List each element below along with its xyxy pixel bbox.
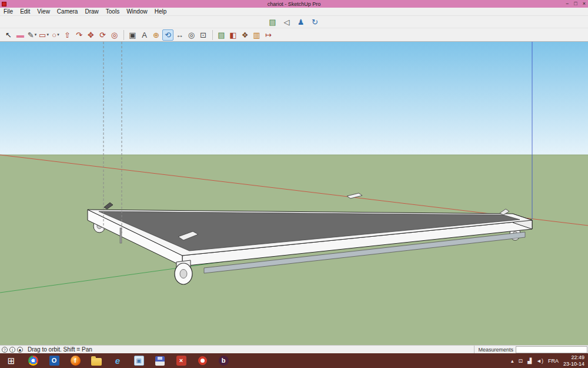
display-tray-icon[interactable]: ⊡ (519, 358, 523, 364)
eraser-tool[interactable]: ▬ (15, 29, 26, 41)
pushpull-tool[interactable]: ⇧ (62, 29, 73, 41)
model-canvas (0, 42, 588, 345)
minimize-button[interactable]: − (566, 0, 569, 8)
maximize-button[interactable]: □ (574, 0, 577, 8)
measurements-label: Measurements (478, 347, 513, 353)
menu-file[interactable]: File (0, 8, 16, 16)
status-hint: Drag to orbit. Shift = Pan (28, 346, 92, 353)
menu-edit[interactable]: Edit (16, 8, 34, 16)
language-indicator[interactable]: FRA (548, 358, 559, 364)
orbit-view-button[interactable]: ↻ (309, 16, 320, 28)
followme-tool[interactable]: ↷ (74, 29, 85, 41)
main-toolbar: ↖ ▬ ✎▾ ▭▾ ○▾ ⇧ ↷ ✥ ⟳ ◎ ▣ A ⊕ ⟲ ↔ ◎ ⊡ ▤ ◧… (0, 28, 588, 42)
measurements-input[interactable] (516, 346, 587, 353)
materials-tool[interactable]: ◧ (228, 29, 239, 41)
support-post (120, 228, 122, 243)
ie-icon: e (115, 356, 120, 366)
sketchup-logo-icon (2, 2, 6, 6)
scenes-button[interactable]: ▤ (267, 16, 278, 28)
dropdown-caret[interactable]: ▾ (35, 32, 37, 37)
dropdown-caret[interactable]: ▾ (46, 32, 49, 37)
zoom-extents-tool[interactable]: ⊡ (198, 29, 209, 41)
user-icon[interactable]: ☻ (17, 347, 23, 353)
zoom-tool[interactable]: ◎ (186, 29, 197, 41)
sketchup-window: chariot - SketchUp Pro − □ × File Edit V… (0, 0, 588, 368)
sky (0, 42, 588, 155)
volume-tray-icon[interactable]: ◄) (536, 358, 543, 364)
zoom-window-tool[interactable]: ▣ (127, 29, 138, 41)
taskbar-red-app[interactable]: × (171, 353, 192, 368)
line-tool[interactable]: ✎▾ (26, 29, 38, 41)
text-tool[interactable]: A (139, 29, 150, 41)
taskbar-photos[interactable]: ▣ (128, 353, 149, 368)
taskbar-bittorrent[interactable]: b (213, 353, 234, 368)
zoom-extents-icon: ⊡ (200, 31, 206, 39)
rotate-icon: ⟳ (99, 31, 106, 39)
start-button[interactable]: ⊞ (0, 353, 22, 368)
toolbar-separator (123, 30, 124, 40)
menu-window[interactable]: Window (123, 8, 151, 16)
system-tray: ▴ ⊡ ▟ ◄) FRA 22:49 23-10-14 (511, 354, 588, 367)
offset-icon: ◎ (111, 31, 118, 39)
floppy-icon (155, 356, 165, 366)
taskbar-outlook[interactable]: O (44, 353, 65, 368)
taskbar-red-ring-app[interactable] (192, 353, 213, 368)
menu-tools[interactable]: Tools (102, 8, 123, 16)
components-tool[interactable]: ❖ (239, 29, 250, 41)
hidden-icons-chevron[interactable]: ▴ (511, 358, 514, 364)
taskbar-chrome[interactable] (22, 353, 44, 368)
materials-icon: ◧ (229, 31, 236, 39)
move-tool[interactable]: ✥ (85, 29, 96, 41)
previous-view-button[interactable]: ◁ (281, 16, 292, 28)
taskbar-explorer[interactable] (86, 353, 107, 368)
title-bar: chariot - SketchUp Pro − □ × (0, 0, 588, 8)
clock-date: 23-10-14 (563, 361, 584, 367)
taskbar-ie[interactable]: e (107, 353, 128, 368)
menu-draw[interactable]: Draw (81, 8, 102, 16)
clock-time: 22:49 (563, 354, 584, 361)
photos-icon: ▣ (134, 356, 144, 366)
paint-bucket-tool[interactable]: ⊕ (151, 29, 162, 41)
walk-button[interactable]: ♟ (295, 16, 306, 28)
select-tool[interactable]: ↖ (3, 29, 14, 41)
circle-icon: ○ (52, 31, 56, 39)
orbit-tool[interactable]: ⟲ (162, 29, 173, 41)
components-icon: ❖ (242, 31, 249, 39)
circle-tool[interactable]: ○▾ (50, 29, 61, 41)
taskbar-save-app[interactable] (149, 353, 171, 368)
taskbar-firefox[interactable]: f (65, 353, 86, 368)
move-icon: ✥ (88, 31, 94, 39)
rotate-tool[interactable]: ⟳ (97, 29, 108, 41)
pushpull-icon: ⇧ (64, 31, 71, 39)
viewport-3d[interactable] (0, 42, 588, 345)
measurements-area: Measurements (474, 346, 587, 353)
menu-help[interactable]: Help (151, 8, 171, 16)
followme-icon: ↷ (76, 31, 82, 39)
zoom-window-icon: ▣ (129, 31, 136, 39)
styles-icon: ▥ (253, 31, 260, 39)
status-bar: ? i ☻ Drag to orbit. Shift = Pan Measure… (0, 345, 588, 353)
export-tool[interactable]: ↦ (263, 29, 274, 41)
rectangle-tool[interactable]: ▭▾ (38, 29, 49, 41)
orbit-view-icon: ↻ (312, 18, 318, 26)
pencil-icon: ✎ (28, 31, 34, 39)
red-ring-icon (198, 356, 207, 365)
select-icon: ↖ (5, 31, 12, 39)
scenes-panel-tool[interactable]: ▤ (216, 29, 227, 41)
help-icon[interactable]: ? (2, 347, 8, 353)
walk-icon: ♟ (298, 18, 305, 26)
network-tray-icon[interactable]: ▟ (527, 358, 532, 364)
firefox-icon: f (71, 356, 81, 366)
styles-tool[interactable]: ▥ (251, 29, 262, 41)
rectangle-icon: ▭ (39, 31, 46, 39)
dropdown-caret[interactable]: ▾ (57, 32, 59, 37)
camera-toolbar: ▤ ◁ ♟ ↻ (0, 16, 588, 28)
close-button[interactable]: × (583, 0, 586, 8)
info-icon[interactable]: i (9, 347, 15, 353)
offset-tool[interactable]: ◎ (109, 29, 120, 41)
folder-icon (91, 358, 102, 366)
menu-camera[interactable]: Camera (54, 8, 82, 16)
taskbar-clock[interactable]: 22:49 23-10-14 (563, 354, 584, 367)
pan-tool[interactable]: ↔ (174, 29, 185, 41)
menu-view[interactable]: View (34, 8, 54, 16)
